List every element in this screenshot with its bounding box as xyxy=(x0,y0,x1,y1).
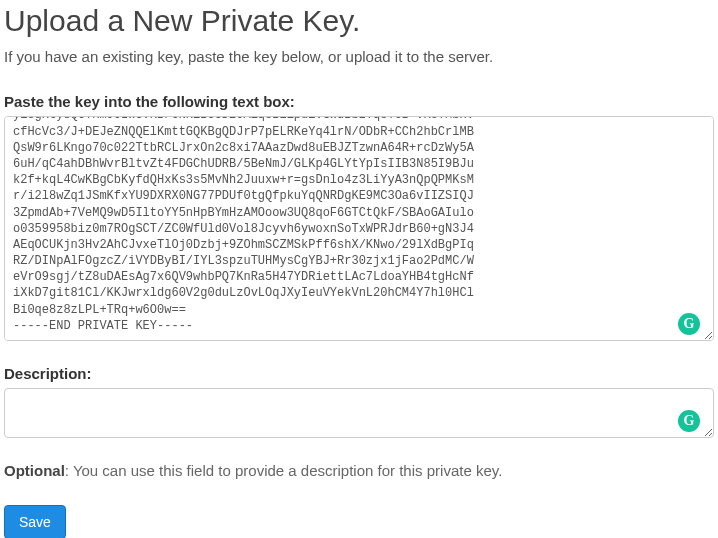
save-button[interactable]: Save xyxy=(4,505,66,538)
page-title: Upload a New Private Key. xyxy=(4,4,714,38)
optional-help-text: Optional: You can use this field to prov… xyxy=(4,462,714,479)
page-subtitle: If you have an existing key, paste the k… xyxy=(4,48,714,65)
description-textarea[interactable] xyxy=(4,388,714,438)
private-key-textarea[interactable] xyxy=(4,116,714,341)
paste-key-label: Paste the key into the following text bo… xyxy=(4,93,714,110)
description-label: Description: xyxy=(4,365,714,382)
description-textarea-wrap: G xyxy=(4,388,714,442)
optional-rest: : You can use this field to provide a de… xyxy=(65,462,502,479)
key-textarea-wrap: G xyxy=(4,116,714,345)
optional-word: Optional xyxy=(4,462,65,479)
